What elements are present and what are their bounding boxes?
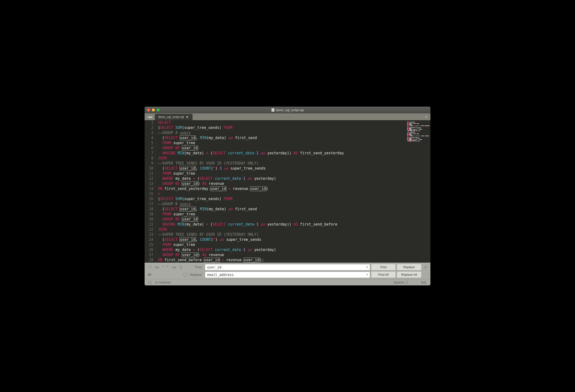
- code-line[interactable]: JOIN: [158, 227, 406, 232]
- preserve-case-toggle[interactable]: AB: [147, 273, 151, 276]
- minimap[interactable]: [406, 120, 431, 263]
- code-line[interactable]: +: [158, 191, 406, 196]
- code-line[interactable]: ON first_send_before.user_id = revenue.u…: [158, 258, 406, 263]
- line-number: 24: [149, 237, 153, 242]
- replace-options: AB: [146, 273, 188, 276]
- line-number: 6: [149, 146, 153, 151]
- code-line[interactable]: (SELECT user_id, COUNT(*) as super_tree_…: [158, 237, 406, 242]
- code-line[interactable]: FROM super_tree: [158, 171, 406, 176]
- case-sensitive-toggle[interactable]: Aa: [155, 265, 159, 269]
- line-number: 1: [149, 120, 153, 125]
- line-number: 27: [149, 252, 153, 258]
- zoom-window-button[interactable]: [157, 109, 160, 111]
- line-number: 13: [149, 181, 153, 186]
- code-line[interactable]: ——SUPER TREE SENDS BY USER ID (YESTERDAY…: [158, 232, 406, 237]
- code-line[interactable]: GROUP BY user_id: [158, 146, 406, 151]
- status-matches: 12 matches: [155, 281, 171, 284]
- line-number: 16: [149, 196, 153, 202]
- tab-modified-indicator: [186, 116, 188, 118]
- code-line[interactable]: ——SUPER TREE SENDS BY USER ID (YESTERDAY…: [158, 161, 406, 166]
- line-number: 26: [149, 247, 153, 252]
- wrap-toggle[interactable]: ↻≡: [172, 265, 176, 269]
- find-input[interactable]: user_id ▼: [205, 264, 370, 270]
- line-number: 4: [149, 135, 153, 141]
- highlight-matches-toggle[interactable]: [183, 273, 188, 276]
- nav-back-icon[interactable]: ◀: [147, 115, 150, 119]
- window-controls: [147, 109, 160, 111]
- replace-input[interactable]: email_address ▼: [205, 272, 370, 278]
- regex-toggle[interactable]: .*: [147, 265, 152, 269]
- code-line[interactable]: GROUP BY user_id) AS revenue: [158, 181, 406, 186]
- close-find-panel-icon[interactable]: ×: [423, 265, 429, 269]
- find-input-value: user_id: [207, 265, 221, 269]
- editor-window: demo_sql_script.sql ◀ ▶ demo_sql_script.…: [144, 107, 431, 285]
- tab-active[interactable]: demo_sql_script.sql: [155, 114, 192, 120]
- line-number: 5: [149, 141, 153, 146]
- code-line[interactable]: ——GROUP A users: [158, 130, 406, 135]
- editor-area: 1234567891011121314151617181920212223242…: [144, 120, 431, 263]
- code-line[interactable]: ON first_send_yesterday.user_id = revenu…: [158, 186, 406, 191]
- console-panel-icon[interactable]: [148, 281, 152, 284]
- replace-input-value: email_address: [207, 273, 234, 277]
- in-selection-toggle[interactable]: ⣿: [179, 265, 182, 269]
- find-all-button[interactable]: Find All: [371, 271, 396, 278]
- code-line[interactable]: (SELECT SUM(super_tree_sends) FROM: [158, 196, 406, 202]
- window-title: demo_sql_script.sql: [144, 108, 431, 112]
- line-number: 25: [149, 242, 153, 247]
- find-options: .* Aa “ ” ↻≡ ⣿: [146, 265, 188, 269]
- line-number: 12: [149, 176, 153, 181]
- close-window-button[interactable]: [147, 109, 150, 111]
- code-area[interactable]: SELECT(SELECT SUM(super_tree_sends) FROM…: [156, 120, 406, 263]
- whole-word-toggle[interactable]: “ ”: [163, 265, 168, 269]
- code-line[interactable]: JOIN: [158, 156, 406, 161]
- status-syntax[interactable]: SQL: [421, 281, 427, 284]
- code-line[interactable]: HAVING MIN(my_date) = (SELECT current_da…: [158, 151, 406, 156]
- line-number: 2: [149, 125, 153, 130]
- tab-bar: ◀ ▶ demo_sql_script.sql ▼: [144, 113, 431, 120]
- code-line[interactable]: FROM super_tree: [158, 242, 406, 247]
- code-line[interactable]: ——GROUP B users: [158, 202, 406, 207]
- code-line[interactable]: HAVING MIN(my_date) < (SELECT current_da…: [158, 222, 406, 227]
- line-number: 15: [149, 191, 153, 196]
- code-line[interactable]: (SELECT SUM(super_tree_sends) FROM: [158, 125, 406, 130]
- code-line[interactable]: WHERE my_date = (SELECT current_date-1 a…: [158, 247, 406, 252]
- find-button[interactable]: Find: [371, 264, 396, 270]
- replace-all-button[interactable]: Replace All: [397, 271, 421, 278]
- code-line[interactable]: GROUP BY user_id) AS revenue: [158, 252, 406, 258]
- line-number: 3: [149, 130, 153, 135]
- line-number: 28: [149, 258, 153, 263]
- replace-label: Replace:: [189, 273, 204, 276]
- code-line[interactable]: FROM super_tree: [158, 141, 406, 146]
- line-number-gutter: 1234567891011121314151617181920212223242…: [144, 120, 156, 263]
- line-number: 23: [149, 232, 153, 237]
- line-number: 14: [149, 186, 153, 191]
- line-number: 20: [149, 217, 153, 222]
- line-number: 9: [149, 161, 153, 166]
- code-line[interactable]: (SELECT user_id, MIN(my_date) as first_s…: [158, 135, 406, 141]
- tab-overflow-dropdown[interactable]: ▼: [424, 113, 429, 120]
- line-number: 11: [149, 171, 153, 176]
- line-number: 8: [149, 156, 153, 161]
- code-line[interactable]: FROM super_tree: [158, 212, 406, 217]
- file-icon: [271, 108, 274, 112]
- find-label: Find:: [189, 265, 204, 269]
- nav-forward-icon[interactable]: ▶: [150, 115, 153, 119]
- status-bar: 12 matches Spaces: 2 SQL: [144, 279, 431, 285]
- find-history-dropdown-icon[interactable]: ▼: [366, 266, 368, 269]
- code-line[interactable]: WHERE my_date = (SELECT current_date-1 a…: [158, 176, 406, 181]
- titlebar[interactable]: demo_sql_script.sql: [144, 107, 431, 113]
- status-indentation[interactable]: Spaces: 2: [394, 281, 408, 284]
- tab-history-nav: ◀ ▶: [145, 113, 155, 120]
- code-line[interactable]: (SELECT user_id, COUNT(*)-1 as super_tre…: [158, 166, 406, 171]
- window-title-text: demo_sql_script.sql: [276, 108, 304, 112]
- line-number: 10: [149, 166, 153, 171]
- code-line[interactable]: (SELECT user_id, MIN(my_date) as first_s…: [158, 207, 406, 212]
- line-number: 19: [149, 212, 153, 217]
- line-number: 7: [149, 151, 153, 156]
- replace-button[interactable]: Replace: [397, 264, 421, 270]
- code-line[interactable]: SELECT: [158, 120, 406, 125]
- code-line[interactable]: GROUP BY user_id: [158, 217, 406, 222]
- replace-history-dropdown-icon[interactable]: ▼: [366, 273, 368, 276]
- find-replace-panel: .* Aa “ ” ↻≡ ⣿ Find: user_id ▼ Find Repl…: [144, 263, 431, 279]
- minimize-window-button[interactable]: [152, 109, 155, 111]
